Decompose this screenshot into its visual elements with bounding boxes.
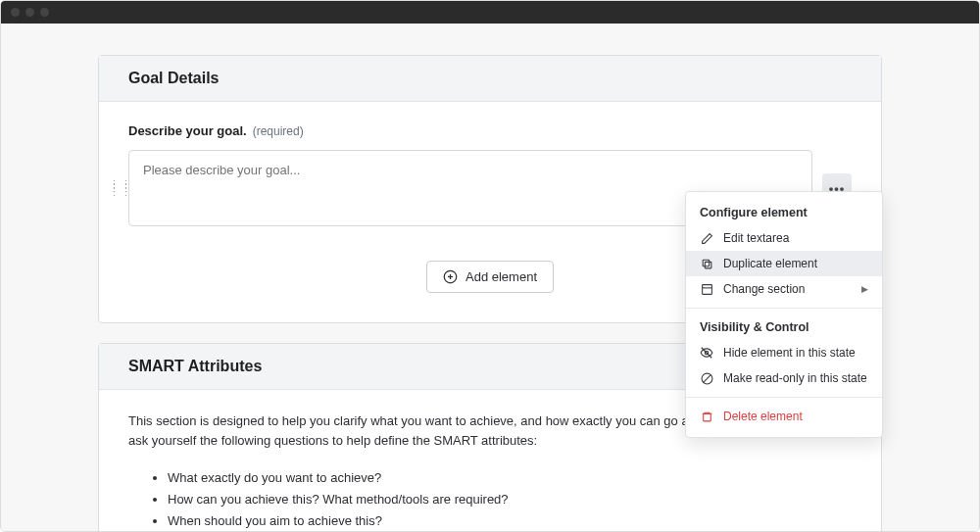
required-label: (required): [253, 124, 304, 138]
menu-item-change-section[interactable]: Change section ▶: [686, 276, 882, 302]
plus-circle-icon: [443, 269, 458, 284]
chevron-right-icon: ▶: [861, 284, 868, 294]
describe-goal-label-text: Describe your goal.: [128, 123, 247, 138]
eye-off-icon: [700, 346, 713, 360]
dropdown-group-title: Configure element: [686, 200, 882, 225]
duplicate-icon: [700, 257, 713, 270]
drag-handle-icon[interactable]: ⋮⋮⋮⋮⋮⋮: [109, 182, 119, 194]
list-item: What exactly do you want to achieve?: [168, 467, 852, 489]
menu-item-hide[interactable]: Hide element in this state: [686, 340, 882, 365]
traffic-light-minimize[interactable]: [25, 8, 34, 17]
menu-item-edit-textarea[interactable]: Edit textarea: [686, 225, 882, 251]
dropdown-separator: [686, 308, 882, 309]
menu-item-label: Change section: [723, 282, 805, 296]
describe-goal-label: Describe your goal. (required): [128, 123, 852, 138]
dropdown-group-title: Visibility & Control: [686, 314, 882, 340]
trash-icon: [700, 410, 713, 423]
goal-details-title: Goal Details: [128, 70, 852, 87]
menu-item-label: Duplicate element: [723, 257, 817, 270]
menu-item-delete[interactable]: Delete element: [686, 404, 882, 429]
list-item: When should you aim to achieve this?: [168, 510, 852, 532]
smart-bullets: What exactly do you want to achieve? How…: [128, 467, 852, 532]
block-icon: [700, 371, 713, 385]
traffic-light-maximize[interactable]: [40, 8, 49, 17]
add-element-label: Add element: [466, 269, 537, 284]
menu-item-label: Hide element in this state: [723, 346, 856, 360]
svg-rect-11: [703, 413, 710, 421]
menu-item-label: Edit textarea: [723, 231, 789, 245]
dropdown-separator: [686, 397, 882, 398]
goal-details-header: Goal Details: [99, 56, 881, 102]
menu-item-label: Delete element: [723, 410, 803, 423]
window-titlebar: [1, 1, 979, 24]
svg-line-10: [703, 374, 710, 382]
menu-item-duplicate[interactable]: Duplicate element: [686, 251, 882, 276]
element-options-dropdown: Configure element Edit textarea Duplicat…: [685, 191, 883, 438]
add-element-button[interactable]: Add element: [426, 261, 554, 293]
svg-rect-4: [703, 260, 710, 266]
menu-item-readonly[interactable]: Make read-only in this state: [686, 365, 882, 391]
menu-item-label: Make read-only in this state: [723, 371, 867, 385]
pencil-icon: [700, 231, 713, 245]
list-item: How can you achieve this? What method/to…: [168, 489, 852, 510]
section-icon: [700, 282, 713, 296]
traffic-light-close[interactable]: [11, 8, 20, 17]
svg-rect-3: [705, 262, 711, 268]
svg-rect-5: [702, 284, 711, 294]
